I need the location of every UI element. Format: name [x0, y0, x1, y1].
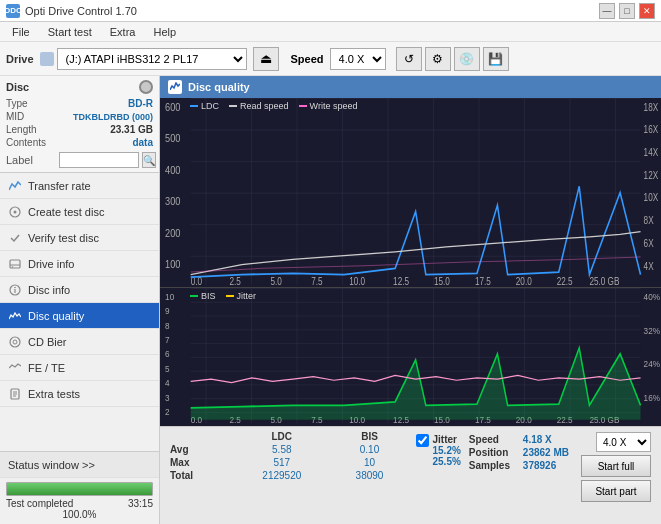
jitter-legend: Jitter: [237, 291, 257, 301]
stats-row-avg: Avg 5.58 0.10: [166, 443, 408, 456]
contents-label: Contents: [6, 137, 56, 148]
bis-col-header: BIS: [332, 430, 408, 443]
menu-file[interactable]: File: [4, 24, 38, 40]
svg-text:4: 4: [165, 378, 170, 389]
eject-button[interactable]: ⏏: [253, 47, 279, 71]
disc-button[interactable]: 💿: [454, 47, 480, 71]
label-input[interactable]: [59, 152, 139, 168]
speed-section: Speed 4.18 X Position 23862 MB Samples 3…: [469, 430, 569, 504]
svg-text:10X: 10X: [644, 193, 659, 204]
settings-button[interactable]: ⚙: [425, 47, 451, 71]
svg-text:6: 6: [165, 349, 170, 360]
mid-label: MID: [6, 111, 56, 122]
status-window-label: Status window >>: [8, 459, 95, 471]
speed-select[interactable]: 4.0 X: [330, 48, 386, 70]
svg-text:17.5: 17.5: [475, 276, 491, 287]
stats-row-total: Total 2129520 38090: [166, 469, 408, 482]
stats-table: LDC BIS Avg 5.58 0.10 Max: [166, 430, 408, 504]
toolbar: Drive (J:) ATAPI iHBS312 2 PL17 ⏏ Speed …: [0, 42, 661, 76]
minimize-button[interactable]: —: [599, 3, 615, 19]
samples-label: Samples: [469, 460, 519, 471]
write-speed-legend: Write speed: [310, 101, 358, 111]
menu-bar: File Start test Extra Help: [0, 22, 661, 42]
svg-text:20.0: 20.0: [516, 276, 532, 287]
samples-value: 378926: [523, 460, 556, 471]
refresh-button[interactable]: ↺: [396, 47, 422, 71]
nav-label-verify-test-disc: Verify test disc: [28, 232, 99, 244]
disc-section-label: Disc: [6, 81, 29, 93]
svg-rect-15: [191, 98, 641, 285]
menu-extra[interactable]: Extra: [102, 24, 144, 40]
sidebar-item-disc-info[interactable]: Disc info: [0, 277, 159, 303]
svg-text:2.5: 2.5: [230, 276, 241, 287]
sidebar-item-create-test-disc[interactable]: Create test disc: [0, 199, 159, 225]
speed-label: Speed: [291, 53, 324, 65]
menu-help[interactable]: Help: [145, 24, 184, 40]
avg-bis: 0.10: [332, 443, 408, 456]
app-icon: ODC: [6, 4, 20, 18]
max-bis: 10: [332, 456, 408, 469]
sidebar-item-extra-tests[interactable]: Extra tests: [0, 381, 159, 407]
sidebar-item-fe-te[interactable]: FE / TE: [0, 355, 159, 381]
top-chart-legend: LDC Read speed Write speed: [190, 101, 357, 111]
start-part-button[interactable]: Start part: [581, 480, 651, 502]
svg-text:12X: 12X: [644, 170, 659, 181]
verify-test-disc-icon: [8, 231, 22, 245]
svg-text:5: 5: [165, 363, 170, 374]
sidebar-item-disc-quality[interactable]: Disc quality: [0, 303, 159, 329]
close-button[interactable]: ✕: [639, 3, 655, 19]
sidebar: Disc Type BD-R MID TDKBLDRBD (000) Lengt…: [0, 76, 160, 524]
fe-te-icon: [8, 361, 22, 375]
drive-select[interactable]: (J:) ATAPI iHBS312 2 PL17: [57, 48, 247, 70]
disc-quality-header: Disc quality: [160, 76, 661, 98]
position-label: Position: [469, 447, 519, 458]
progress-container: Test completed 33:15 100.0%: [0, 478, 159, 524]
status-window-button[interactable]: Status window >>: [0, 452, 159, 478]
nav-label-disc-info: Disc info: [28, 284, 70, 296]
total-bis: 38090: [332, 469, 408, 482]
maximize-button[interactable]: □: [619, 3, 635, 19]
jitter-section: Jitter 15.2% 25.5%: [416, 430, 461, 504]
avg-ldc: 5.58: [232, 443, 332, 456]
nav-label-fe-te: FE / TE: [28, 362, 65, 374]
disc-quality-icon: [8, 309, 22, 323]
svg-point-8: [10, 337, 20, 347]
stats-speed-select[interactable]: 4.0 X: [596, 432, 651, 452]
app-icon-text: ODC: [4, 6, 22, 15]
bottom-chart-svg: 10 9 8 7 6 5 4 3 2 40% 32% 24% 16% 0.0: [160, 288, 661, 426]
type-value: BD-R: [128, 98, 153, 109]
svg-text:400: 400: [165, 164, 181, 176]
disc-label-label: Label: [6, 154, 56, 166]
jitter-checkbox[interactable]: [416, 434, 429, 447]
svg-text:10.0: 10.0: [349, 276, 365, 287]
extra-tests-icon: [8, 387, 22, 401]
svg-text:16%: 16%: [644, 392, 660, 403]
drive-info-icon: [8, 257, 22, 271]
svg-text:6X: 6X: [644, 238, 654, 249]
start-full-button[interactable]: Start full: [581, 455, 651, 477]
sidebar-item-transfer-rate[interactable]: Transfer rate: [0, 173, 159, 199]
nav-items: Transfer rate Create test disc Verify te…: [0, 173, 159, 451]
progress-bar-fill: [7, 483, 152, 495]
stats-row-max: Max 517 10: [166, 456, 408, 469]
svg-text:15.0: 15.0: [434, 276, 450, 287]
svg-text:200: 200: [165, 227, 181, 239]
mid-value: TDKBLDRBD (000): [73, 112, 153, 122]
sidebar-item-drive-info[interactable]: Drive info: [0, 251, 159, 277]
save-button[interactable]: 💾: [483, 47, 509, 71]
bottom-chart-legend: BIS Jitter: [190, 291, 256, 301]
nav-label-transfer-rate: Transfer rate: [28, 180, 91, 192]
svg-point-7: [14, 286, 16, 288]
sidebar-item-cd-bier[interactable]: CD Bier: [0, 329, 159, 355]
sidebar-item-verify-test-disc[interactable]: Verify test disc: [0, 225, 159, 251]
length-label: Length: [6, 124, 56, 135]
menu-start-test[interactable]: Start test: [40, 24, 100, 40]
svg-text:25.0 GB: 25.0 GB: [589, 276, 619, 287]
svg-text:14X: 14X: [644, 147, 659, 158]
svg-point-4: [12, 266, 14, 268]
label-search-button[interactable]: 🔍: [142, 152, 156, 168]
svg-text:9: 9: [165, 306, 170, 317]
drive-icon: [40, 52, 54, 66]
nav-label-drive-info: Drive info: [28, 258, 74, 270]
content-area: Disc quality LDC Read speed Wr: [160, 76, 661, 524]
